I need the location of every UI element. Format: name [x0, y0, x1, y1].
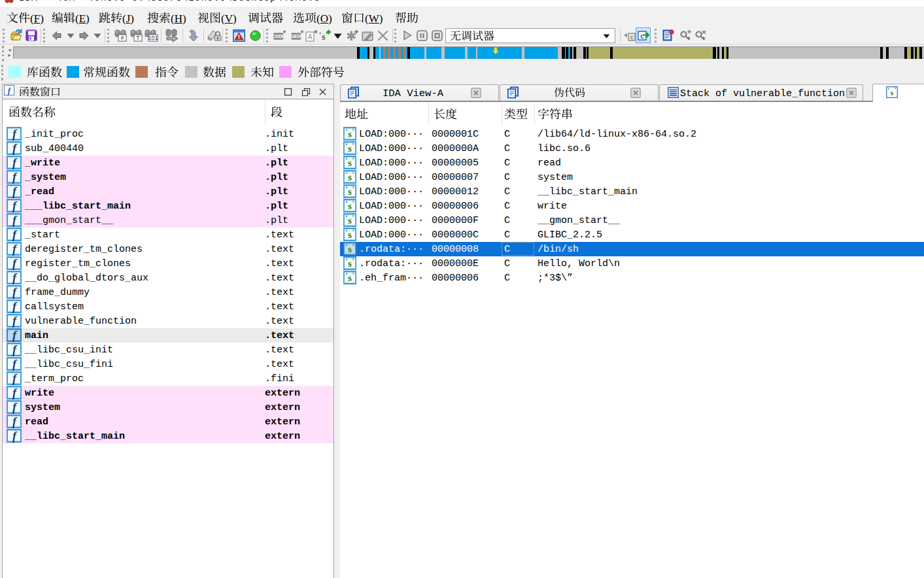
svg-text:c: c — [630, 34, 634, 41]
svg-text:s: s — [348, 230, 352, 240]
svg-text:s: s — [348, 215, 352, 226]
svg-text:’: ’ — [352, 271, 354, 279]
svg-text:s: s — [348, 258, 352, 269]
svg-text:s: s — [348, 129, 352, 139]
svg-text:‘: ‘ — [345, 156, 347, 163]
svg-text:‘: ‘ — [345, 142, 347, 149]
svg-text:’: ’ — [894, 86, 896, 93]
svg-text:‘: ‘ — [319, 31, 321, 38]
svg-text:‘: ‘ — [345, 228, 347, 235]
svg-text:s: s — [348, 244, 352, 254]
svg-text:’: ’ — [352, 142, 354, 149]
svg-text:c: c — [640, 33, 644, 40]
svg-text:s: s — [348, 172, 352, 182]
svg-text:T: T — [136, 35, 140, 41]
svg-text:‘: ‘ — [345, 257, 347, 264]
svg-text:’: ’ — [352, 257, 354, 264]
svg-text:CODE: CODE — [273, 34, 285, 39]
svg-text:101: 101 — [148, 35, 158, 41]
svg-text:s: s — [348, 143, 352, 154]
svg-text:’: ’ — [352, 156, 354, 163]
svg-text:s: s — [348, 201, 352, 211]
svg-text:‘: ‘ — [345, 185, 347, 192]
svg-text:s: s — [891, 89, 894, 97]
svg-text:’: ’ — [352, 128, 354, 135]
svg-text:DATA: DATA — [291, 34, 302, 39]
svg-text:‘: ‘ — [345, 243, 347, 250]
svg-text:’: ’ — [352, 214, 354, 221]
svg-text:#: # — [120, 35, 124, 41]
svg-text:A: A — [308, 33, 313, 41]
svg-text:‘: ‘ — [345, 128, 347, 135]
svg-text:‘: ‘ — [345, 199, 347, 207]
svg-text:’: ’ — [352, 243, 354, 250]
svg-text:’: ’ — [352, 228, 354, 235]
svg-text:’: ’ — [352, 171, 354, 178]
svg-text:s: s — [348, 273, 352, 283]
svg-text:‘: ‘ — [345, 171, 347, 178]
svg-text:’: ’ — [352, 199, 354, 207]
svg-text:‘: ‘ — [345, 271, 347, 279]
svg-text:s: s — [348, 158, 352, 168]
svg-text:‘: ‘ — [887, 86, 889, 93]
svg-text:s: s — [348, 186, 352, 197]
svg-text:‘: ‘ — [345, 214, 347, 221]
svg-text:’: ’ — [352, 185, 354, 192]
